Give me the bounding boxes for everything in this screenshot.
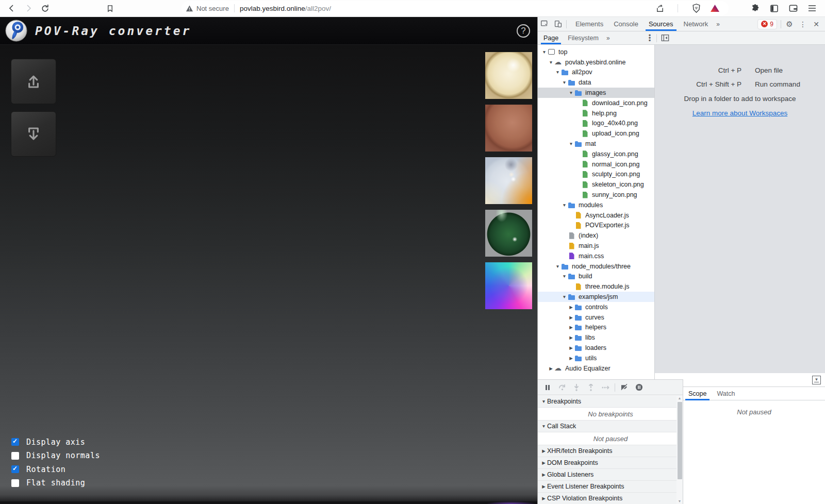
checkbox[interactable] bbox=[11, 452, 19, 460]
devtools-tab[interactable]: Network bbox=[679, 17, 714, 31]
tree-expand-arrow[interactable] bbox=[568, 315, 574, 320]
scroll-thumb[interactable] bbox=[678, 402, 682, 479]
tree-row[interactable]: top bbox=[538, 47, 654, 57]
tree-expand-arrow[interactable] bbox=[548, 60, 554, 65]
material-thumbnail[interactable] bbox=[485, 262, 532, 309]
tree-row[interactable]: download_icon.png bbox=[538, 98, 654, 108]
tree-row[interactable]: mat bbox=[538, 139, 654, 149]
url-text[interactable]: povlab.yesbird.online/all2pov/ bbox=[240, 5, 331, 12]
tree-row[interactable]: images bbox=[538, 88, 654, 98]
devtools-tab[interactable]: Elements bbox=[570, 17, 608, 31]
tree-row[interactable]: POVExporter.js bbox=[538, 221, 654, 231]
debugger-section-row[interactable]: Not paused bbox=[538, 432, 676, 445]
tree-expand-arrow[interactable] bbox=[541, 49, 548, 55]
tree-row[interactable]: utils bbox=[538, 353, 654, 363]
reload-icon[interactable] bbox=[39, 3, 51, 14]
tree-row[interactable]: (index) bbox=[538, 230, 654, 241]
tree-expand-arrow[interactable] bbox=[554, 264, 561, 269]
close-devtools-icon[interactable]: ✕ bbox=[810, 18, 823, 30]
tree-row[interactable]: examples/jsm bbox=[538, 292, 654, 302]
menu-icon[interactable] bbox=[806, 3, 818, 14]
tree-expand-arrow[interactable] bbox=[554, 70, 561, 75]
navigator-menu-icon[interactable]: ••• bbox=[645, 34, 655, 42]
wallet-icon[interactable] bbox=[787, 3, 799, 14]
tree-expand-arrow[interactable] bbox=[568, 305, 574, 310]
tree-expand-arrow[interactable] bbox=[568, 356, 574, 361]
brave-rewards-icon[interactable] bbox=[709, 3, 720, 14]
checkbox[interactable] bbox=[11, 465, 19, 473]
checkbox-row[interactable]: Display axis bbox=[11, 438, 100, 447]
material-thumbnail[interactable] bbox=[485, 157, 532, 204]
tree-row[interactable]: upload_icon.png bbox=[538, 128, 654, 139]
tree-expand-arrow[interactable] bbox=[561, 294, 568, 299]
debugger-section-row[interactable]: Breakpoints bbox=[538, 396, 676, 408]
workspaces-link[interactable]: Learn more about Workspaces bbox=[692, 109, 787, 117]
upload-button[interactable] bbox=[11, 59, 56, 104]
tree-expand-arrow[interactable] bbox=[548, 366, 554, 371]
tree-row[interactable]: sculpty_icon.png bbox=[538, 170, 654, 180]
debugger-section-row[interactable]: DOM Breakpoints bbox=[538, 457, 676, 469]
viewport-canvas[interactable]: Display axis Display normals Rotation Fl… bbox=[0, 45, 537, 504]
tree-row[interactable]: glassy_icon.png bbox=[538, 149, 654, 159]
pause-on-exceptions-icon[interactable] bbox=[632, 381, 646, 394]
scope-tab[interactable]: Scope bbox=[683, 387, 712, 400]
sections-scrollbar[interactable]: ▲ ▼ bbox=[676, 396, 683, 504]
tree-row[interactable]: main.js bbox=[538, 241, 654, 251]
debugger-section-row[interactable]: CSP Violation Breakpoints bbox=[538, 493, 676, 504]
more-tabs-icon[interactable]: » bbox=[713, 21, 723, 28]
tree-row[interactable]: povlab.yesbird.online bbox=[538, 57, 654, 68]
more-nav-tabs-icon[interactable]: » bbox=[603, 35, 613, 42]
pause-script-icon[interactable] bbox=[541, 381, 554, 394]
deactivate-breakpoints-icon[interactable] bbox=[618, 381, 631, 394]
tree-expand-arrow[interactable] bbox=[568, 345, 574, 350]
devtools-tab[interactable]: Console bbox=[608, 17, 644, 31]
brave-shield-icon[interactable] bbox=[690, 3, 702, 14]
tree-row[interactable]: help.png bbox=[538, 108, 654, 119]
tree-expand-arrow[interactable] bbox=[561, 274, 568, 279]
tree-row[interactable]: modules bbox=[538, 200, 654, 210]
scope-tab[interactable]: Watch bbox=[712, 387, 740, 400]
checkbox[interactable] bbox=[11, 479, 19, 487]
back-icon[interactable] bbox=[6, 3, 18, 14]
devtools-menu-icon[interactable]: ⋮ bbox=[796, 18, 810, 30]
tree-row[interactable]: normal_icon.png bbox=[538, 159, 654, 170]
tree-row[interactable]: helpers bbox=[538, 323, 654, 333]
tree-expand-arrow[interactable] bbox=[568, 90, 574, 95]
url-bar[interactable]: Not secure povlab.yesbird.online/all2pov… bbox=[182, 1, 729, 15]
sidebar-icon[interactable] bbox=[768, 3, 780, 14]
tree-row[interactable]: all2pov bbox=[538, 68, 654, 78]
devtools-tab[interactable]: Sources bbox=[644, 17, 679, 31]
extensions-puzzle-icon[interactable] bbox=[749, 3, 761, 14]
debugger-section-row[interactable]: No breakpoints bbox=[538, 408, 676, 421]
tree-row[interactable]: three.module.js bbox=[538, 281, 654, 292]
debugger-section-row[interactable]: Event Listener Breakpoints bbox=[538, 481, 676, 493]
settings-gear-icon[interactable]: ⚙ bbox=[783, 18, 796, 30]
checkbox-row[interactable]: Display normals bbox=[11, 451, 100, 460]
checkbox[interactable] bbox=[11, 438, 19, 446]
tree-row[interactable]: data bbox=[538, 77, 654, 88]
scroll-up-icon[interactable]: ▲ bbox=[678, 396, 682, 401]
error-badge[interactable]: ✕ 9 bbox=[757, 19, 777, 29]
tree-expand-arrow[interactable] bbox=[568, 335, 574, 340]
share-icon[interactable] bbox=[654, 3, 665, 14]
expand-panel-icon[interactable]: ▼ bbox=[812, 376, 821, 384]
tree-expand-arrow[interactable] bbox=[568, 141, 574, 146]
tree-row[interactable]: main.css bbox=[538, 251, 654, 261]
inspect-element-icon[interactable] bbox=[538, 18, 551, 30]
debugger-section-row[interactable]: Global Listeners bbox=[538, 469, 676, 481]
download-button[interactable] bbox=[11, 111, 56, 157]
tree-row[interactable]: libs bbox=[538, 332, 654, 343]
collapse-navigator-icon[interactable] bbox=[658, 32, 672, 44]
tree-row[interactable]: Audio Equalizer bbox=[538, 363, 654, 374]
tree-row[interactable]: sunny_icon.png bbox=[538, 190, 654, 200]
checkbox-row[interactable]: Flat shading bbox=[11, 478, 100, 488]
security-chip[interactable]: Not secure bbox=[186, 5, 229, 12]
bookmark-icon[interactable] bbox=[104, 3, 116, 14]
debugger-section-row[interactable]: XHR/fetch Breakpoints bbox=[538, 445, 676, 457]
tree-row[interactable]: controls bbox=[538, 302, 654, 312]
material-thumbnail[interactable] bbox=[485, 105, 532, 152]
tree-expand-arrow[interactable] bbox=[561, 80, 568, 85]
material-thumbnail[interactable] bbox=[485, 210, 532, 257]
debugger-section-row[interactable]: Call Stack bbox=[538, 421, 676, 432]
device-toolbar-icon[interactable] bbox=[551, 18, 565, 30]
